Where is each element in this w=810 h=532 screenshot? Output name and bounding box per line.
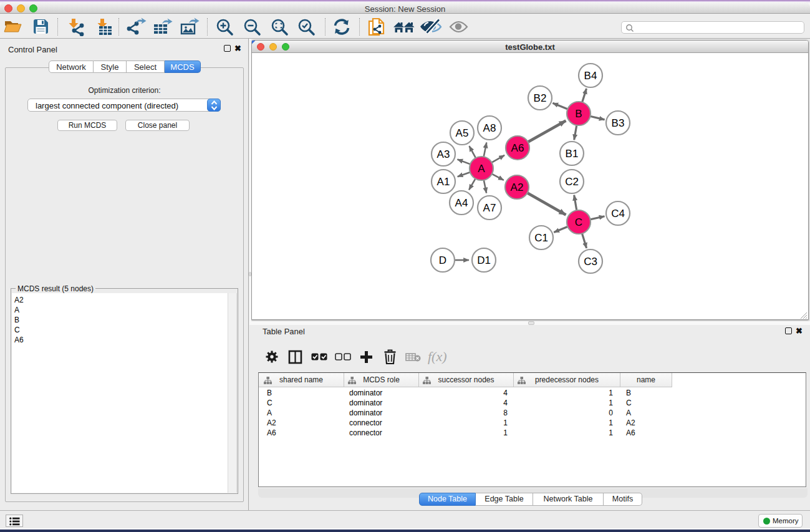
svg-text:B2: B2 [534, 92, 547, 104]
svg-text:B1: B1 [566, 148, 579, 160]
svg-text:C: C [575, 216, 582, 228]
svg-text:B: B [575, 108, 582, 120]
svg-text:B4: B4 [584, 70, 597, 82]
svg-text:C4: C4 [611, 208, 625, 220]
svg-text:A7: A7 [483, 202, 496, 214]
svg-text:C1: C1 [534, 232, 548, 244]
svg-text:B3: B3 [612, 117, 625, 129]
svg-text:A1: A1 [437, 176, 450, 188]
svg-text:A: A [478, 163, 485, 175]
svg-text:D1: D1 [477, 254, 491, 266]
svg-text:A5: A5 [456, 127, 469, 139]
svg-text:A6: A6 [511, 142, 524, 154]
svg-text:A4: A4 [455, 197, 468, 209]
svg-text:D: D [439, 254, 446, 266]
svg-text:A3: A3 [437, 148, 450, 160]
svg-text:C3: C3 [584, 256, 597, 268]
svg-text:A8: A8 [483, 122, 496, 134]
svg-text:C2: C2 [565, 176, 579, 188]
svg-text:A2: A2 [511, 181, 524, 193]
